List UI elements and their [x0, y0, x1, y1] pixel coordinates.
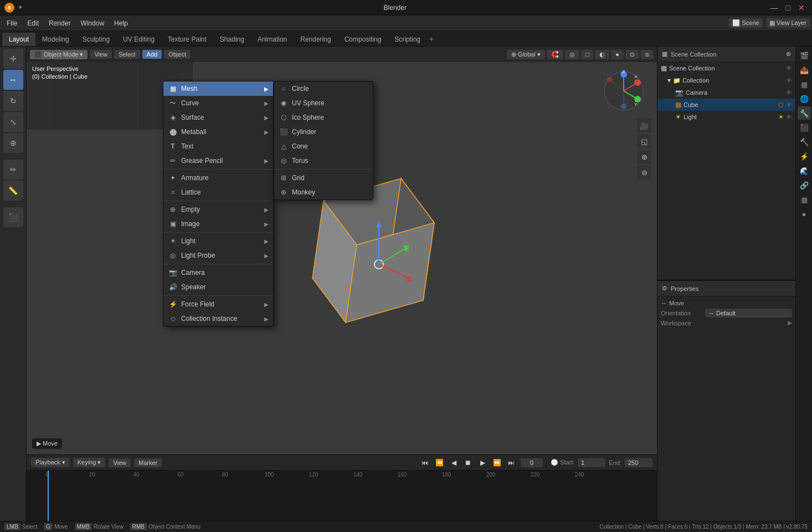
object-mode-selector[interactable]: ⬛ Object Mode ▾: [30, 50, 88, 59]
viewport-add-menu-btn[interactable]: Add: [142, 50, 162, 59]
tab-modeling[interactable]: Modeling: [35, 33, 76, 46]
zoom-in-btn[interactable]: ⊕: [637, 150, 651, 164]
menu-item-text[interactable]: T Text: [163, 139, 273, 154]
outliner-scene-collection[interactable]: ▦ Scene Collection 👁: [657, 62, 795, 74]
workspace-collapse[interactable]: ▶: [705, 319, 792, 326]
tab-animation[interactable]: Animation: [251, 33, 294, 46]
menu-item-curve[interactable]: 〜 Curve ▶: [163, 96, 273, 110]
light-visibility[interactable]: 👁: [786, 114, 792, 120]
menu-item-armature[interactable]: ✦ Armature: [163, 171, 273, 185]
menu-render[interactable]: Render: [44, 18, 75, 29]
menu-edit[interactable]: Edit: [23, 18, 43, 29]
timeline-playback-menu[interactable]: Playback ▾: [31, 458, 70, 467]
mesh-item-cone[interactable]: △ Cone: [274, 139, 373, 154]
annotate-tool[interactable]: ✏: [3, 160, 23, 180]
menu-item-mesh[interactable]: ▦ Mesh ▶: [163, 81, 273, 96]
jump-to-end-btn[interactable]: ⏭: [505, 457, 517, 469]
orientation-value[interactable]: ↔ Default: [705, 309, 792, 318]
menu-item-light[interactable]: ☀ Light ▶: [163, 234, 273, 248]
tab-texture-paint[interactable]: Texture Paint: [161, 33, 213, 46]
outliner-light[interactable]: ☀ Light ☀ 👁: [657, 111, 795, 123]
transform-tool[interactable]: ⊕: [3, 133, 23, 153]
rotate-tool[interactable]: ↻: [3, 91, 23, 111]
play-btn[interactable]: ▶: [476, 457, 489, 469]
menu-item-speaker[interactable]: 🔊 Speaker: [163, 280, 273, 294]
menu-item-force-field[interactable]: ⚡ Force Field ▶: [163, 297, 273, 311]
object-props-icon[interactable]: ⬛: [798, 121, 811, 134]
tab-uv-editing[interactable]: UV Editing: [116, 33, 161, 46]
tab-compositing[interactable]: Compositing: [338, 33, 388, 46]
timeline-keying-menu[interactable]: Keying ▾: [73, 458, 106, 467]
mesh-item-ico-sphere[interactable]: ⬡ Ico Sphere: [274, 110, 373, 125]
mesh-item-circle[interactable]: ○ Circle: [274, 81, 373, 96]
physics-props-icon[interactable]: 🌊: [798, 164, 811, 177]
viewport-overlays[interactable]: ⊙: [625, 50, 639, 59]
constraints-props-icon[interactable]: 🔗: [798, 178, 811, 192]
viewport-shading-rendered[interactable]: ●: [611, 50, 624, 59]
next-keyframe-btn[interactable]: ⏩: [491, 457, 503, 469]
start-frame-input[interactable]: 1: [578, 458, 605, 467]
stop-btn[interactable]: ⏹: [462, 457, 474, 469]
menu-item-surface[interactable]: ◈ Surface ▶: [163, 110, 273, 125]
tab-scripting[interactable]: Scripting: [388, 33, 427, 46]
mesh-item-torus[interactable]: ◎ Torus: [274, 154, 373, 168]
cube-visibility[interactable]: 👁: [786, 101, 792, 108]
menu-item-camera[interactable]: 📷 Camera: [163, 265, 273, 280]
move-tool[interactable]: ↔: [3, 70, 23, 90]
outliner-cube[interactable]: ▦ Cube ⬡ 👁: [657, 99, 795, 111]
mesh-item-cylinder[interactable]: ⬛ Cylinder: [274, 125, 373, 139]
timeline-ruler[interactable]: 0 20 40 60 80 100 120 140 160 180 200 22…: [27, 470, 657, 521]
mesh-item-monkey[interactable]: ⊛ Monkey: [274, 185, 373, 200]
menu-item-image[interactable]: ▣ Image ▶: [163, 217, 273, 231]
snap-toggle[interactable]: 🧲: [547, 50, 563, 59]
menu-item-collection-instance[interactable]: ◇ Collection Instance ▶: [163, 311, 273, 326]
current-frame-display[interactable]: 0: [521, 458, 543, 467]
cursor-tool[interactable]: ✛: [3, 49, 23, 69]
collection-visibility[interactable]: 👁: [786, 77, 792, 84]
viewport-xray[interactable]: ⧆: [641, 50, 654, 59]
viewport-object-menu[interactable]: Object: [164, 50, 191, 59]
add-cube-tool[interactable]: ⬛: [3, 207, 23, 227]
menu-file[interactable]: File: [2, 18, 22, 29]
scene-props-icon[interactable]: 🌐: [798, 92, 811, 105]
menu-window[interactable]: Window: [76, 18, 109, 29]
tab-rendering[interactable]: Rendering: [294, 33, 337, 46]
render-props-icon[interactable]: 🎬: [798, 49, 811, 62]
modifier-props-icon[interactable]: 🔨: [798, 135, 811, 149]
scene-collection-visibility[interactable]: 👁: [786, 65, 792, 71]
timeline-marker-menu[interactable]: Marker: [134, 458, 162, 467]
camera-visibility[interactable]: 👁: [786, 89, 792, 96]
outliner-collection[interactable]: ▾ 📁 Collection 👁: [657, 74, 795, 86]
tab-sculpting[interactable]: Sculpting: [76, 33, 116, 46]
outliner-camera[interactable]: 📷 Camera 👁: [657, 86, 795, 99]
output-props-icon[interactable]: 📤: [798, 63, 811, 76]
object-data-props-icon[interactable]: ▦: [798, 193, 811, 206]
scale-tool[interactable]: ⤡: [3, 112, 23, 132]
world-props-icon[interactable]: 🔧: [798, 106, 811, 120]
viewport-shading-wire[interactable]: □: [581, 50, 594, 59]
close-button[interactable]: ✕: [795, 2, 808, 13]
maximize-button[interactable]: □: [783, 2, 793, 13]
mesh-item-uv-sphere[interactable]: ◉ UV Sphere: [274, 96, 373, 110]
view-layer-props-icon[interactable]: ▦: [798, 78, 811, 91]
end-frame-input[interactable]: 250: [625, 458, 652, 467]
add-workspace-button[interactable]: +: [429, 31, 434, 46]
minimize-button[interactable]: —: [768, 2, 781, 13]
global-transform-selector[interactable]: ⊕ Global ▾: [507, 50, 545, 59]
outliner-filter-icon[interactable]: ⊛: [786, 50, 791, 58]
scene-selector[interactable]: ⬜ Scene: [729, 18, 762, 28]
zoom-out-btn[interactable]: ⊖: [637, 165, 651, 180]
proportional-edit[interactable]: ◎: [565, 50, 579, 59]
tab-shading[interactable]: Shading: [213, 33, 251, 46]
viewport-shading-solid[interactable]: ◐: [595, 50, 609, 59]
menu-item-grease-pencil[interactable]: ✏ Grease Pencil ▶: [163, 154, 273, 168]
play-reverse-btn[interactable]: ◀: [448, 457, 460, 469]
menu-item-lattice[interactable]: ⌗ Lattice: [163, 185, 273, 200]
menu-item-light-probe[interactable]: ◎ Light Probe ▶: [163, 248, 273, 263]
particles-props-icon[interactable]: ⚡: [798, 150, 811, 163]
tab-layout[interactable]: Layout: [2, 33, 35, 46]
material-props-icon[interactable]: ●: [798, 207, 811, 221]
prev-keyframe-btn[interactable]: ⏪: [433, 457, 445, 469]
viewport-navigation-gizmo[interactable]: X Y Z: [602, 69, 646, 113]
jump-to-start-btn[interactable]: ⏮: [419, 457, 431, 469]
